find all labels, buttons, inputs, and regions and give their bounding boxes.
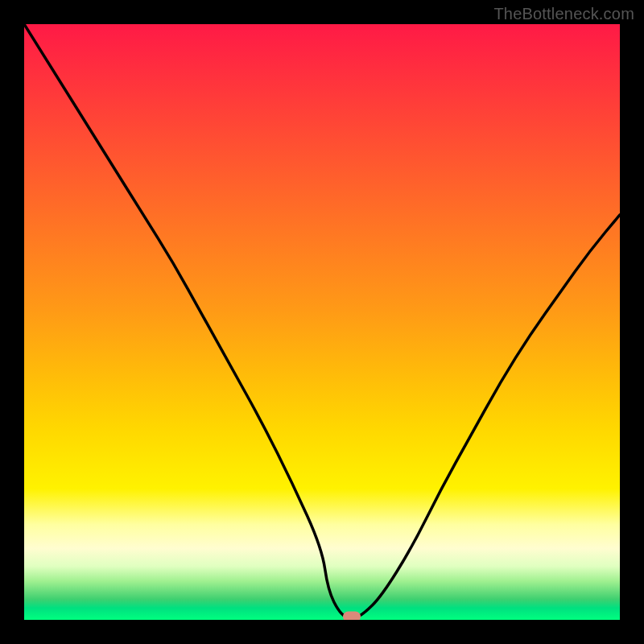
watermark-text: TheBottleneck.com	[493, 5, 634, 23]
chart-plot-area	[24, 24, 620, 620]
chart-frame: TheBottleneck.com	[0, 0, 644, 644]
optimal-point-marker	[343, 612, 361, 621]
chart-curve-svg	[24, 24, 620, 620]
bottleneck-curve-line	[24, 24, 620, 618]
